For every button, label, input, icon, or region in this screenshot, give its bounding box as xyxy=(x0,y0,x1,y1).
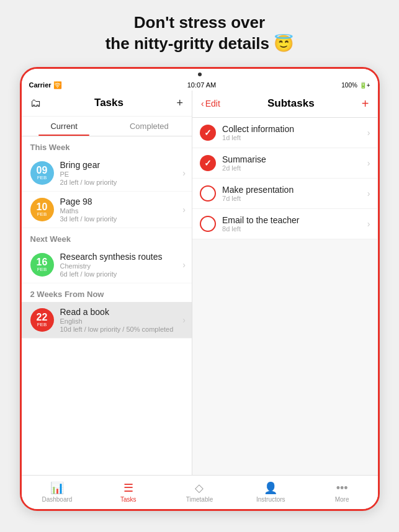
section-next-week: Next Week xyxy=(22,228,192,247)
tasks-scroll[interactable]: This Week 09 Feb Bring gear PE 2d left /… xyxy=(22,136,192,475)
task-detail: 3d left / low priority xyxy=(60,215,183,223)
headline-line2: the nitty-gritty details 😇 xyxy=(105,34,294,53)
chevron-icon: › xyxy=(367,219,370,229)
subtask-time: 7d left xyxy=(222,195,367,202)
check-collect[interactable]: ✓ xyxy=(200,125,216,141)
nav-dashboard[interactable]: 📊 Dashboard xyxy=(22,476,93,509)
task-read-book[interactable]: 22 Feb Read a book English 10d left / lo… xyxy=(22,302,192,339)
carrier: Carrier 🛜 xyxy=(29,81,62,89)
nav-instructors-label: Instructors xyxy=(256,496,285,503)
task-research[interactable]: 16 Feb Research synthesis routes Chemist… xyxy=(22,247,192,283)
chevron-icon: › xyxy=(367,158,370,168)
nav-timetable-label: Timetable xyxy=(186,496,213,503)
add-task-button[interactable]: + xyxy=(176,97,183,110)
right-panel: ‹ Edit Subtasks + ✓ Collect information … xyxy=(192,91,377,475)
tasks-icon: ☰ xyxy=(123,481,133,495)
chevron-icon: › xyxy=(182,168,186,178)
app-content: 🗂 Tasks + Current Completed This Week xyxy=(22,91,378,475)
left-panel: 🗂 Tasks + Current Completed This Week xyxy=(22,91,193,475)
nav-more-label: More xyxy=(335,496,349,503)
check-summarise[interactable]: ✓ xyxy=(200,155,216,171)
nav-dashboard-label: Dashboard xyxy=(42,496,72,503)
device-dot xyxy=(198,73,202,76)
chevron-icon: › xyxy=(367,128,370,138)
date-badge-09: 09 Feb xyxy=(30,161,54,185)
bottom-nav: 📊 Dashboard ☰ Tasks ◇ Timetable 👤 Instru… xyxy=(22,475,378,509)
task-subtitle: Chemistry xyxy=(60,262,183,270)
subtask-title: Collect information xyxy=(222,124,367,134)
task-title: Bring gear xyxy=(60,160,183,170)
device-frame: Carrier 🛜 10:07 AM 100% 🔋+ 🗂 Tasks + Cur… xyxy=(20,67,380,511)
subtask-title: Make presentation xyxy=(222,185,367,195)
subtask-title: Summarise xyxy=(222,154,367,164)
subtask-email[interactable]: Email to the teacher 8d left › xyxy=(192,209,377,239)
subtasks-title: Subtasks xyxy=(267,97,315,110)
date-badge-22: 22 Feb xyxy=(30,308,54,332)
nav-tasks-label: Tasks xyxy=(120,496,137,503)
tab-bar: Current Completed xyxy=(22,117,192,136)
folder-icon: 🗂 xyxy=(30,97,42,110)
check-presentation[interactable] xyxy=(200,185,216,202)
date-badge-16: 16 Feb xyxy=(30,253,54,277)
right-header: ‹ Edit Subtasks + xyxy=(192,91,377,118)
task-detail: 6d left / low priority xyxy=(60,270,183,278)
headline-line1: Don't stress over xyxy=(134,13,265,32)
tab-completed[interactable]: Completed xyxy=(107,117,192,136)
chevron-icon: › xyxy=(367,188,370,198)
nav-tasks[interactable]: ☰ Tasks xyxy=(92,476,164,509)
task-subtitle: Maths xyxy=(60,207,183,215)
subtask-title: Email to the teacher xyxy=(222,215,367,225)
left-header: 🗂 Tasks + xyxy=(22,91,192,117)
subtask-time: 1d left xyxy=(222,134,367,141)
chevron-icon: › xyxy=(182,205,186,215)
nav-timetable[interactable]: ◇ Timetable xyxy=(164,476,235,509)
status-bar: Carrier 🛜 10:07 AM 100% 🔋+ xyxy=(22,80,378,91)
edit-label: Edit xyxy=(205,99,220,109)
battery: 100% 🔋+ xyxy=(341,82,370,89)
add-subtask-button[interactable]: + xyxy=(362,97,369,111)
chevron-icon: › xyxy=(182,260,186,270)
section-2weeks: 2 Weeks From Now xyxy=(22,283,192,302)
timetable-icon: ◇ xyxy=(195,481,204,495)
headline: Don't stress over the nitty-gritty detai… xyxy=(105,12,294,55)
nav-more[interactable]: ••• More xyxy=(307,476,378,509)
task-page98[interactable]: 10 Feb Page 98 Maths 3d left / low prior… xyxy=(22,192,192,228)
task-title: Page 98 xyxy=(60,197,183,206)
section-this-week: This Week xyxy=(22,136,192,155)
date-badge-10: 10 Feb xyxy=(30,198,54,221)
chevron-icon: › xyxy=(182,315,186,325)
subtask-collect[interactable]: ✓ Collect information 1d left › xyxy=(192,118,377,148)
task-subtitle: English xyxy=(60,317,183,325)
subtask-time: 2d left xyxy=(222,164,367,172)
more-icon: ••• xyxy=(336,482,348,495)
task-bring-gear[interactable]: 09 Feb Bring gear PE 2d left / low prior… xyxy=(22,155,192,192)
nav-instructors[interactable]: 👤 Instructors xyxy=(235,476,307,509)
dashboard-icon: 📊 xyxy=(50,481,64,495)
instructors-icon: 👤 xyxy=(264,481,277,495)
task-detail: 10d left / low priority / 50% completed xyxy=(60,326,183,333)
subtask-summarise[interactable]: ✓ Summarise 2d left › xyxy=(192,148,377,179)
task-title: Read a book xyxy=(60,307,183,317)
subtasks-list: ✓ Collect information 1d left › ✓ xyxy=(192,118,377,475)
subtask-time: 8d left xyxy=(222,225,367,233)
subtask-presentation[interactable]: Make presentation 7d left › xyxy=(192,179,377,209)
task-detail: 2d left / low priority xyxy=(60,179,183,186)
edit-button[interactable]: ‹ Edit xyxy=(201,99,220,109)
tab-current[interactable]: Current xyxy=(22,117,107,136)
task-subtitle: PE xyxy=(60,171,183,178)
check-email[interactable] xyxy=(200,216,216,232)
page-wrapper: Don't stress over the nitty-gritty detai… xyxy=(0,12,399,511)
time: 10:07 AM xyxy=(187,81,216,89)
device-top xyxy=(22,69,378,80)
tasks-title: Tasks xyxy=(94,97,123,109)
task-title: Research synthesis routes xyxy=(60,252,183,262)
